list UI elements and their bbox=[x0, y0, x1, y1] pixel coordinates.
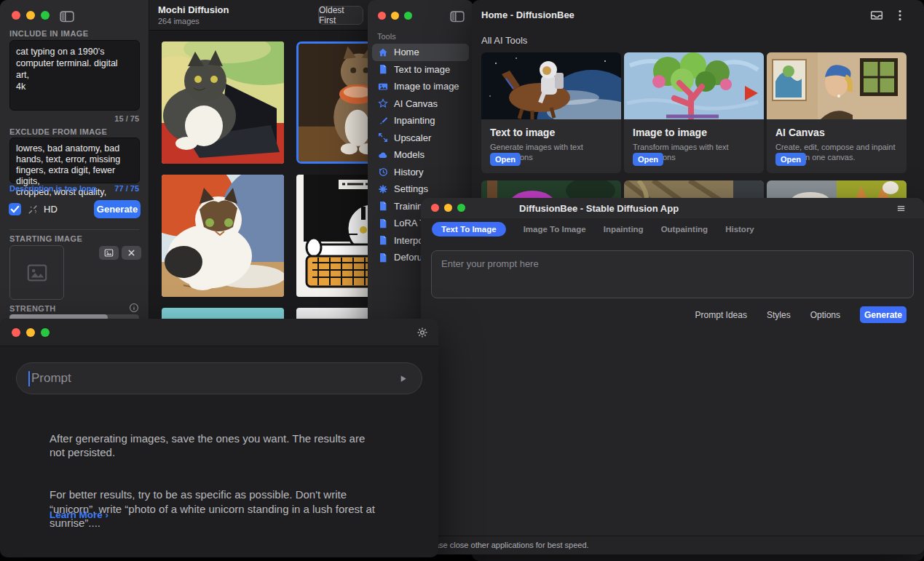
window-controls bbox=[378, 12, 412, 20]
prompt-count: 15 / 75 bbox=[114, 114, 139, 123]
hd-checkbox[interactable] bbox=[9, 203, 21, 215]
astronaut-horse-image bbox=[481, 52, 621, 119]
minimize-button[interactable] bbox=[26, 11, 35, 20]
cloud-icon bbox=[378, 150, 388, 160]
close-button[interactable] bbox=[378, 12, 386, 20]
wand-icon bbox=[28, 204, 38, 215]
tab-text-to-image[interactable]: Text To Image bbox=[432, 222, 506, 236]
close-button[interactable] bbox=[12, 328, 20, 337]
zoom-button[interactable] bbox=[404, 12, 412, 20]
tips-text: After generating images, save the ones y… bbox=[50, 417, 417, 557]
negative-prompt-textarea[interactable]: lowres, bad anatomy, bad hands, text, er… bbox=[9, 138, 140, 183]
tab-image-to-image[interactable]: Image To Image bbox=[524, 225, 586, 234]
gallery-image[interactable] bbox=[162, 175, 284, 297]
minimize-button[interactable] bbox=[26, 328, 35, 337]
divider bbox=[9, 229, 139, 230]
sidebar-item-home[interactable]: Home bbox=[372, 44, 469, 61]
gallery-title: Mochi Diffusion bbox=[158, 4, 229, 15]
brush-icon bbox=[378, 116, 388, 126]
close-button[interactable] bbox=[431, 204, 439, 212]
window-title: Home - DiffusionBee bbox=[481, 9, 574, 20]
sidebar-item-models[interactable]: Models bbox=[372, 146, 469, 164]
open-button[interactable]: Open bbox=[633, 153, 663, 166]
generate-button[interactable]: Generate bbox=[860, 306, 907, 323]
tool-card-image-to-image[interactable]: Image to image Transform images with tex… bbox=[624, 52, 764, 173]
open-button[interactable]: Open bbox=[490, 153, 521, 166]
gear-icon[interactable] bbox=[416, 327, 428, 338]
prompt-textarea[interactable]: Enter your prompt here bbox=[431, 250, 914, 298]
window-controls bbox=[12, 11, 50, 20]
minimize-button[interactable] bbox=[391, 12, 399, 20]
card-title: Text to image bbox=[490, 127, 612, 138]
cat-laptop-art bbox=[162, 41, 284, 164]
zoom-button[interactable] bbox=[457, 204, 465, 212]
sort-order-button[interactable]: Oldest First bbox=[318, 6, 363, 25]
all-ai-tools-label: All AI Tools bbox=[481, 35, 527, 46]
gallery-image[interactable] bbox=[162, 41, 284, 164]
home-icon bbox=[378, 47, 388, 57]
tool-card-ai-canvas[interactable]: AI Canvas Create, edit, compose and inpa… bbox=[767, 52, 907, 173]
tab-bar: Text To Image Image To Image Inpainting … bbox=[432, 222, 754, 236]
sidebar-item-settings[interactable]: Settings bbox=[372, 180, 469, 198]
options-link[interactable]: Options bbox=[810, 310, 840, 320]
titlebar bbox=[0, 319, 438, 346]
window-title: DiffusionBee - Stable Diffusion App bbox=[519, 203, 679, 214]
exclude-label: EXCLUDE FROM IMAGE bbox=[9, 127, 107, 136]
mochi-settings-sidebar: INCLUDE IN IMAGE cat typing on a 1990’s … bbox=[0, 0, 149, 364]
tip-paragraph: After generating images, save the ones y… bbox=[50, 431, 417, 460]
hd-label: HD bbox=[44, 204, 58, 215]
expand-icon bbox=[378, 132, 388, 143]
tools-section-label: Tools bbox=[377, 32, 396, 41]
text-caret bbox=[28, 371, 30, 386]
inbox-tray-icon[interactable] bbox=[870, 9, 883, 22]
strength-label: STRENGTH bbox=[9, 304, 56, 313]
starting-image-placeholder bbox=[9, 245, 64, 300]
sidebar-item-ai-canvas[interactable]: AI Canvas bbox=[372, 95, 469, 113]
history-icon bbox=[378, 167, 388, 177]
sidebar-item-text-to-image[interactable]: Text to image bbox=[372, 61, 469, 79]
generate-button[interactable]: Generate bbox=[94, 200, 141, 218]
info-icon[interactable] bbox=[129, 303, 139, 313]
sidebar-toggle-icon[interactable] bbox=[60, 11, 74, 22]
learn-more-link[interactable]: Learn More › bbox=[50, 509, 108, 520]
card-title: AI Canvas bbox=[775, 127, 898, 138]
sidebar-toggle-icon[interactable] bbox=[450, 11, 465, 22]
sidebar-item-inpainting[interactable]: Inpainting bbox=[372, 112, 469, 130]
prompt-input[interactable]: Prompt bbox=[16, 362, 422, 394]
prompt-window: Prompt After generating images, save the… bbox=[0, 319, 438, 557]
choose-image-button[interactable] bbox=[99, 246, 119, 260]
kebab-menu-icon[interactable] bbox=[893, 9, 907, 22]
tab-inpainting[interactable]: Inpainting bbox=[604, 225, 644, 234]
zoom-button[interactable] bbox=[41, 328, 50, 337]
window-controls bbox=[431, 204, 465, 212]
card-title: Image to image bbox=[633, 127, 755, 138]
vermeer-canvas-image bbox=[767, 52, 907, 119]
starting-image-label: STARTING IMAGE bbox=[9, 234, 82, 243]
settings-icon bbox=[378, 184, 388, 194]
warning-text: Description is too long bbox=[9, 184, 96, 193]
prompt-ideas-link[interactable]: Prompt Ideas bbox=[695, 310, 747, 320]
document-icon bbox=[378, 252, 388, 263]
hamburger-menu-icon[interactable] bbox=[896, 203, 907, 213]
submit-play-icon[interactable] bbox=[398, 373, 408, 384]
negative-count: 77 / 75 bbox=[114, 184, 139, 193]
tab-outpainting[interactable]: Outpainting bbox=[661, 225, 708, 234]
prompt-actions: Prompt Ideas Styles Options Generate bbox=[695, 306, 907, 323]
prompt-textarea[interactable]: cat typing on a 1990’s computer terminal… bbox=[9, 40, 140, 111]
close-button[interactable] bbox=[12, 11, 20, 20]
zoom-button[interactable] bbox=[41, 11, 50, 20]
desktop: INCLUDE IN IMAGE cat typing on a 1990’s … bbox=[0, 0, 924, 561]
tool-card-text-to-image[interactable]: Text to image Generate images with text … bbox=[481, 52, 621, 173]
sidebar-item-history[interactable]: History bbox=[372, 164, 469, 181]
titlebar: DiffusionBee - Stable Diffusion App bbox=[421, 198, 924, 218]
prompt-placeholder: Prompt bbox=[31, 371, 71, 386]
sidebar-item-image-to-image[interactable]: Image to image bbox=[372, 78, 469, 95]
document-icon bbox=[378, 201, 388, 211]
minimize-button[interactable] bbox=[444, 204, 452, 212]
styles-link[interactable]: Styles bbox=[767, 310, 791, 320]
sidebar-item-upscaler[interactable]: Upscaler bbox=[372, 130, 469, 147]
clear-image-button[interactable] bbox=[122, 246, 141, 260]
tab-history[interactable]: History bbox=[725, 225, 754, 234]
document-icon bbox=[378, 64, 388, 74]
open-button[interactable]: Open bbox=[775, 153, 806, 166]
